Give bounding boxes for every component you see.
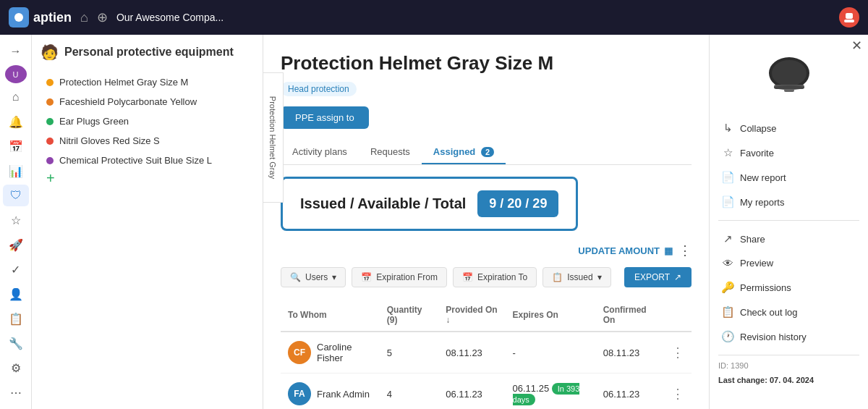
users-filter[interactable]: 🔍 Users ▾ xyxy=(281,267,346,287)
list-item[interactable]: Nitril Gloves Red Size S xyxy=(41,131,254,151)
new-report-menu-item[interactable]: 📄 New report xyxy=(718,165,859,190)
product-image xyxy=(760,46,818,104)
row-more-icon[interactable]: ⋮ xyxy=(671,387,684,401)
top-nav: aptien ⌂ ⊕ Our Awesome Compa... xyxy=(0,0,868,35)
expiration-from-filter[interactable]: 📅 Expiration From xyxy=(352,267,447,287)
dot-icon xyxy=(46,157,54,164)
share-label: Share xyxy=(740,234,765,245)
company-name: Our Awesome Compa... xyxy=(116,12,224,23)
list-item-label: Ear Plugs Green xyxy=(59,116,129,127)
update-amount-label: UPDATE AMOUNT xyxy=(578,245,660,256)
eye-icon: 👁 xyxy=(721,257,734,269)
user-avatar-top[interactable] xyxy=(839,7,859,28)
filter-row: 🔍 Users ▾ 📅 Expiration From 📅 Expiration… xyxy=(281,267,692,287)
expires-on-cell: - xyxy=(506,332,596,374)
table-header: To Whom Quantity (9) Provided On ↓ Expir… xyxy=(281,299,692,332)
expires-on-cell: 06.11.25 In 393 days xyxy=(506,374,596,410)
list-item-label: Protection Helmet Gray Size M xyxy=(59,77,188,88)
user-cell: CF Caroline Fisher xyxy=(288,341,373,364)
assign-button[interactable]: PPE assign to xyxy=(281,106,369,129)
close-button[interactable]: ✕ xyxy=(851,38,862,54)
export-button[interactable]: EXPORT ↗ xyxy=(624,267,692,287)
sidebar-more-icon[interactable]: ⋯ xyxy=(3,381,29,403)
document-icon: 📄 xyxy=(721,171,734,184)
dot-icon xyxy=(46,98,54,106)
list-item[interactable]: Ear Plugs Green xyxy=(41,111,254,131)
tab-activity-plans[interactable]: Activity plans xyxy=(281,140,359,164)
confirmed-on-cell: 08.11.23 xyxy=(596,332,664,374)
svg-point-4 xyxy=(772,60,807,86)
logo-icon xyxy=(9,7,29,28)
product-tag: Head protection xyxy=(281,82,357,96)
sidebar-calendar-icon[interactable]: 📅 xyxy=(3,135,29,157)
grid-icon: ▦ xyxy=(664,245,673,256)
list-item[interactable]: Faceshield Polycarbonate Yellow xyxy=(41,92,254,111)
list-item[interactable]: Protection Helmet Gray Size M xyxy=(41,72,254,92)
preview-menu-item[interactable]: 👁 Preview xyxy=(718,251,859,275)
revision-history-label: Revision history xyxy=(740,332,807,342)
revision-history-menu-item[interactable]: 🕐 Revision history xyxy=(718,324,859,349)
list-item-label: Chemical Protective Suit Blue Size L xyxy=(59,155,212,166)
sidebar-shield-icon[interactable]: 🛡 xyxy=(3,185,29,206)
dot-icon xyxy=(46,118,54,125)
rotated-tab[interactable]: Protection Helmet Gray xyxy=(263,72,284,203)
users-filter-label: Users xyxy=(305,272,328,282)
home-icon[interactable]: ⌂ xyxy=(80,10,88,25)
add-item-button[interactable]: + xyxy=(41,167,61,189)
tab-requests[interactable]: Requests xyxy=(359,140,422,164)
assignments-table: To Whom Quantity (9) Provided On ↓ Expir… xyxy=(281,299,692,409)
permissions-menu-item[interactable]: 🔑 Permissions xyxy=(718,275,859,300)
issued-label: Issued / Available / Total xyxy=(300,195,466,212)
list-item-label: Faceshield Polycarbonate Yellow xyxy=(59,96,197,107)
clock-icon: 🕐 xyxy=(721,330,734,343)
sidebar-person-icon[interactable]: 👤 xyxy=(3,283,29,305)
my-reports-label: My reports xyxy=(740,197,784,208)
calendar-icon: 📅 xyxy=(462,272,473,282)
product-title: Protection Helmet Gray Size M xyxy=(281,52,692,75)
svg-rect-2 xyxy=(844,20,854,22)
key-icon: 🔑 xyxy=(721,281,734,294)
search-icon: 🔍 xyxy=(290,272,301,282)
dot-icon xyxy=(46,138,54,145)
checkout-log-menu-item[interactable]: 📋 Check out log xyxy=(718,300,859,324)
issued-filter-icon: 📋 xyxy=(552,272,563,282)
tab-assigned[interactable]: Assigned 2 xyxy=(422,140,506,164)
svg-point-0 xyxy=(14,13,23,22)
sidebar-chart-icon[interactable]: 📊 xyxy=(3,160,29,182)
sidebar-wrench-icon[interactable]: 🔧 xyxy=(3,332,29,354)
sidebar-bell-icon[interactable]: 🔔 xyxy=(3,111,29,132)
issued-filter[interactable]: 📋 Issued ▾ xyxy=(542,267,610,287)
quantity-cell: 4 xyxy=(380,374,439,410)
sidebar-home-icon[interactable]: ⌂ xyxy=(3,86,29,108)
sidebar-star-icon[interactable]: ☆ xyxy=(3,209,29,231)
sidebar-list-icon[interactable]: 📋 xyxy=(3,308,29,329)
sidebar-check-icon[interactable]: ✓ xyxy=(3,258,29,280)
id-meta: ID: 1390 xyxy=(718,361,859,370)
col-confirmed-on: Confirmed On xyxy=(596,299,664,332)
ppe-icon: 🧑 xyxy=(41,43,59,61)
collapse-label: Collapse xyxy=(740,123,777,134)
expiration-to-filter[interactable]: 📅 Expiration To xyxy=(453,267,537,287)
collapse-menu-item[interactable]: ↳ Collapse xyxy=(718,116,859,140)
last-change-meta: Last change: 07. 04. 2024 xyxy=(718,376,859,384)
checkout-icon: 📋 xyxy=(721,305,734,319)
sidebar-back-icon[interactable]: → xyxy=(3,41,29,62)
list-item[interactable]: Chemical Protective Suit Blue Size L xyxy=(41,151,254,170)
export-label: EXPORT xyxy=(634,272,670,282)
user-avatar-sidebar[interactable]: U xyxy=(5,65,27,83)
sidebar-header: 🧑 Personal protective equipment xyxy=(41,43,254,61)
list-item-label: Nitril Gloves Red Size S xyxy=(59,135,160,146)
share-menu-item[interactable]: ↗ Share xyxy=(718,227,859,251)
row-more-icon[interactable]: ⋮ xyxy=(671,345,684,360)
favorite-menu-item[interactable]: ☆ Favorite xyxy=(718,140,859,165)
add-icon[interactable]: ⊕ xyxy=(97,9,108,25)
divider xyxy=(718,355,859,355)
rotated-tab-label: Protection Helmet Gray xyxy=(269,96,278,179)
new-report-label: New report xyxy=(740,172,786,183)
more-options-icon[interactable]: ⋮ xyxy=(678,243,692,258)
sidebar-gear-icon[interactable]: ⚙ xyxy=(3,357,29,379)
issued-box: Issued / Available / Total 9 / 20 / 29 xyxy=(281,177,578,231)
update-amount-button[interactable]: UPDATE AMOUNT ▦ xyxy=(578,245,673,256)
my-reports-menu-item[interactable]: 📄 My reports xyxy=(718,190,859,214)
sidebar-rocket-icon[interactable]: 🚀 xyxy=(3,234,29,256)
